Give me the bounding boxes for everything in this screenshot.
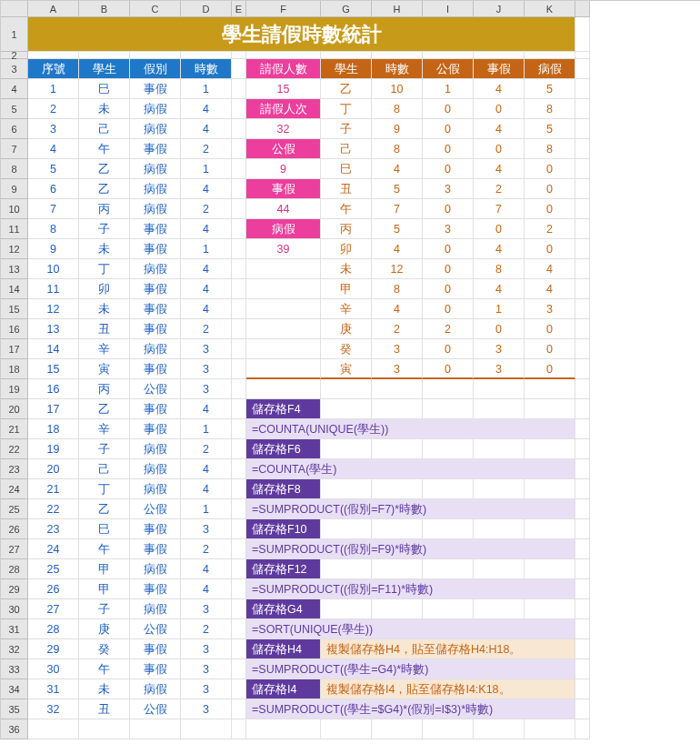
left-cell[interactable]: 11: [28, 279, 79, 299]
row-header-29[interactable]: 29: [1, 579, 28, 599]
left-cell[interactable]: 17: [28, 399, 79, 419]
col-header-H[interactable]: H: [372, 1, 423, 17]
left-cell[interactable]: 午: [79, 659, 130, 679]
left-cell[interactable]: 4: [181, 399, 232, 419]
left-cell[interactable]: 事假: [130, 219, 181, 239]
row-header-31[interactable]: 31: [1, 619, 28, 639]
left-cell[interactable]: 丑: [79, 319, 130, 339]
row-header-1[interactable]: 1: [1, 17, 28, 52]
left-cell[interactable]: 4: [181, 579, 232, 599]
left-cell[interactable]: 事假: [130, 539, 181, 559]
row-header-15[interactable]: 15: [1, 299, 28, 319]
mid-value-3[interactable]: 44: [246, 199, 321, 219]
left-cell[interactable]: 事假: [130, 399, 181, 419]
row-header-12[interactable]: 12: [1, 239, 28, 259]
left-cell[interactable]: 10: [28, 259, 79, 279]
left-cell[interactable]: 22: [28, 499, 79, 519]
left-cell[interactable]: 公假: [130, 619, 181, 639]
left-cell[interactable]: 事假: [130, 639, 181, 659]
right-cell[interactable]: 0: [474, 99, 525, 119]
left-cell[interactable]: 4: [181, 459, 232, 479]
spreadsheet[interactable]: ABCDEFGHIJK1學生請假時數統計23序號學生假別時數請假人數學生時數公假…: [0, 0, 700, 739]
col-header-G[interactable]: G: [321, 1, 372, 17]
row-header-16[interactable]: 16: [1, 319, 28, 339]
right-cell[interactable]: 0: [423, 139, 474, 159]
left-cell[interactable]: 20: [28, 459, 79, 479]
left-cell[interactable]: 病假: [130, 159, 181, 179]
left-cell[interactable]: 4: [181, 219, 232, 239]
left-cell[interactable]: 3: [181, 699, 232, 719]
left-cell[interactable]: 23: [28, 519, 79, 539]
left-cell[interactable]: 未: [79, 239, 130, 259]
row-header-32[interactable]: 32: [1, 639, 28, 659]
left-cell[interactable]: 子: [79, 439, 130, 459]
left-cell[interactable]: 7: [28, 199, 79, 219]
left-cell[interactable]: 病假: [130, 439, 181, 459]
left-cell[interactable]: 事假: [130, 79, 181, 99]
left-cell[interactable]: 丁: [79, 479, 130, 499]
right-cell[interactable]: 4: [474, 79, 525, 99]
left-cell[interactable]: 3: [28, 119, 79, 139]
left-cell[interactable]: 卯: [79, 279, 130, 299]
left-cell[interactable]: 甲: [79, 559, 130, 579]
col-header-C[interactable]: C: [130, 1, 181, 17]
right-cell[interactable]: 0: [474, 319, 525, 339]
row-header-20[interactable]: 20: [1, 399, 28, 419]
col-header-A[interactable]: A: [28, 1, 79, 17]
right-cell[interactable]: 3: [423, 219, 474, 239]
right-cell[interactable]: 4: [372, 159, 423, 179]
row-header-18[interactable]: 18: [1, 359, 28, 379]
row-header-28[interactable]: 28: [1, 559, 28, 579]
left-cell[interactable]: 4: [181, 279, 232, 299]
left-cell[interactable]: 庚: [79, 619, 130, 639]
right-cell[interactable]: 辛: [321, 299, 372, 319]
right-cell[interactable]: 5: [525, 79, 575, 99]
right-cell[interactable]: 3: [372, 339, 423, 359]
left-cell[interactable]: 公假: [130, 499, 181, 519]
right-cell[interactable]: 庚: [321, 319, 372, 339]
left-cell[interactable]: 1: [181, 499, 232, 519]
right-cell[interactable]: 0: [423, 99, 474, 119]
right-cell[interactable]: 甲: [321, 279, 372, 299]
row-header-36[interactable]: 36: [1, 719, 28, 739]
left-cell[interactable]: 2: [181, 619, 232, 639]
right-cell[interactable]: 子: [321, 119, 372, 139]
left-cell[interactable]: 28: [28, 619, 79, 639]
left-cell[interactable]: 病假: [130, 119, 181, 139]
row-header-23[interactable]: 23: [1, 459, 28, 479]
right-cell[interactable]: 0: [474, 219, 525, 239]
formula-text-2[interactable]: =SUMPRODUCT((假別=F7)*時數): [246, 499, 575, 519]
left-cell[interactable]: 事假: [130, 359, 181, 379]
left-cell[interactable]: 4: [181, 299, 232, 319]
left-cell[interactable]: 3: [181, 339, 232, 359]
right-cell[interactable]: 0: [423, 299, 474, 319]
right-cell[interactable]: 0: [474, 139, 525, 159]
right-cell[interactable]: 寅: [321, 359, 372, 379]
left-cell[interactable]: 3: [181, 679, 232, 699]
mid-value-2[interactable]: 9: [246, 159, 321, 179]
row-header-7[interactable]: 7: [1, 139, 28, 159]
left-cell[interactable]: 26: [28, 579, 79, 599]
left-cell[interactable]: 6: [28, 179, 79, 199]
row-header-17[interactable]: 17: [1, 339, 28, 359]
right-cell[interactable]: 4: [474, 279, 525, 299]
col-header-K[interactable]: K: [525, 1, 575, 17]
left-cell[interactable]: 2: [181, 539, 232, 559]
col-header-F[interactable]: F: [246, 1, 321, 17]
right-cell[interactable]: 0: [525, 339, 575, 359]
right-cell[interactable]: 9: [372, 119, 423, 139]
right-cell[interactable]: 5: [372, 219, 423, 239]
left-cell[interactable]: 事假: [130, 139, 181, 159]
left-cell[interactable]: 5: [28, 159, 79, 179]
right-cell[interactable]: 1: [474, 299, 525, 319]
formula-text-3[interactable]: =SUMPRODUCT((假別=F9)*時數): [246, 539, 575, 559]
left-cell[interactable]: 1: [181, 159, 232, 179]
left-cell[interactable]: 病假: [130, 259, 181, 279]
right-cell[interactable]: 巳: [321, 159, 372, 179]
right-cell[interactable]: 2: [423, 319, 474, 339]
left-cell[interactable]: 公假: [130, 379, 181, 399]
right-cell[interactable]: 丙: [321, 219, 372, 239]
formula-text-7[interactable]: =SUMPRODUCT((學生=$G4)*(假別=I$3)*時數): [246, 699, 575, 719]
left-cell[interactable]: 2: [181, 439, 232, 459]
left-cell[interactable]: 16: [28, 379, 79, 399]
